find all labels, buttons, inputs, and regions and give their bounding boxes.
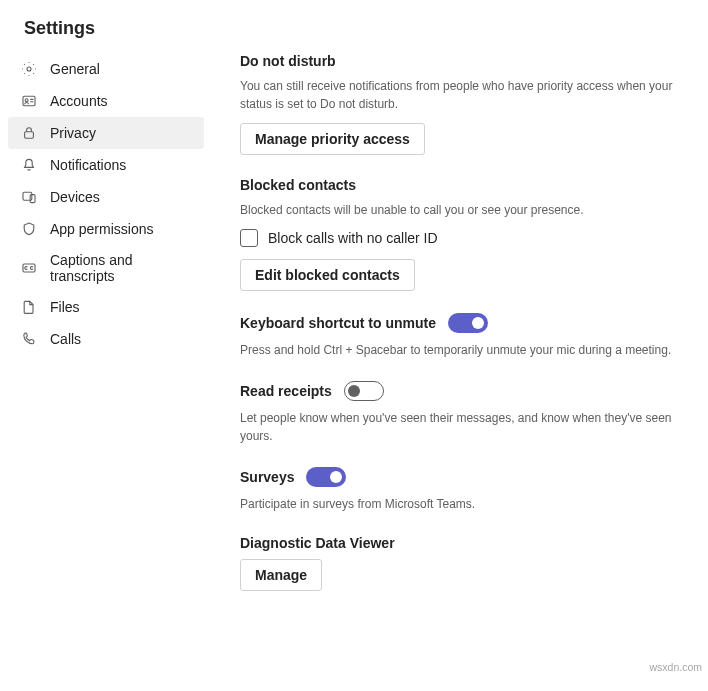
sidebar-item-general[interactable]: General <box>8 53 204 85</box>
section-read-receipts: Read receipts Let people know when you'v… <box>240 381 680 445</box>
section-desc-dnd: You can still receive notifications from… <box>240 77 680 113</box>
sidebar-item-label: Privacy <box>50 125 96 141</box>
section-title-shortcut: Keyboard shortcut to unmute <box>240 315 436 331</box>
block-no-caller-id-label: Block calls with no caller ID <box>268 230 438 246</box>
section-desc-surveys: Participate in surveys from Microsoft Te… <box>240 495 680 513</box>
section-desc-read-receipts: Let people know when you've seen their m… <box>240 409 680 445</box>
section-dnd: Do not disturb You can still receive not… <box>240 53 680 155</box>
block-no-caller-id-checkbox[interactable] <box>240 229 258 247</box>
sidebar-item-captions[interactable]: Captions and transcripts <box>8 245 204 291</box>
svg-point-0 <box>27 67 31 71</box>
lock-icon <box>20 124 38 142</box>
sidebar-item-label: Accounts <box>50 93 108 109</box>
block-no-caller-id-row: Block calls with no caller ID <box>240 229 680 247</box>
section-diagnostic: Diagnostic Data Viewer Manage <box>240 535 680 591</box>
section-title-read-receipts: Read receipts <box>240 383 332 399</box>
edit-blocked-contacts-button[interactable]: Edit blocked contacts <box>240 259 415 291</box>
read-receipts-toggle[interactable] <box>344 381 384 401</box>
phone-icon <box>20 330 38 348</box>
diagnostic-manage-button[interactable]: Manage <box>240 559 322 591</box>
sidebar-item-privacy[interactable]: Privacy <box>8 117 204 149</box>
sidebar-item-label: App permissions <box>50 221 154 237</box>
sidebar-item-label: Captions and transcripts <box>50 252 192 284</box>
accounts-icon <box>20 92 38 110</box>
shortcut-unmute-toggle[interactable] <box>448 313 488 333</box>
sidebar-item-label: Notifications <box>50 157 126 173</box>
sidebar-item-label: Devices <box>50 189 100 205</box>
surveys-toggle[interactable] <box>306 467 346 487</box>
section-blocked: Blocked contacts Blocked contacts will b… <box>240 177 680 291</box>
svg-rect-3 <box>25 132 34 138</box>
section-title-blocked: Blocked contacts <box>240 177 680 193</box>
svg-rect-5 <box>30 195 35 203</box>
captions-icon <box>20 259 38 277</box>
devices-icon <box>20 188 38 206</box>
page-title: Settings <box>0 0 708 53</box>
shield-icon <box>20 220 38 238</box>
section-surveys: Surveys Participate in surveys from Micr… <box>240 467 680 513</box>
sidebar: General Accounts Privacy Notifications D… <box>8 53 204 613</box>
section-desc-shortcut: Press and hold Ctrl + Spacebar to tempor… <box>240 341 680 359</box>
main-content: Do not disturb You can still receive not… <box>204 53 708 613</box>
svg-point-2 <box>25 99 28 102</box>
gear-icon <box>20 60 38 78</box>
sidebar-item-label: Files <box>50 299 80 315</box>
section-desc-blocked: Blocked contacts will be unable to call … <box>240 201 680 219</box>
file-icon <box>20 298 38 316</box>
section-title-diagnostic: Diagnostic Data Viewer <box>240 535 680 551</box>
bell-icon <box>20 156 38 174</box>
sidebar-item-label: General <box>50 61 100 77</box>
manage-priority-access-button[interactable]: Manage priority access <box>240 123 425 155</box>
watermark: wsxdn.com <box>649 661 702 673</box>
sidebar-item-devices[interactable]: Devices <box>8 181 204 213</box>
sidebar-item-notifications[interactable]: Notifications <box>8 149 204 181</box>
sidebar-item-files[interactable]: Files <box>8 291 204 323</box>
section-title-surveys: Surveys <box>240 469 294 485</box>
sidebar-item-calls[interactable]: Calls <box>8 323 204 355</box>
sidebar-item-accounts[interactable]: Accounts <box>8 85 204 117</box>
sidebar-item-label: Calls <box>50 331 81 347</box>
section-shortcut: Keyboard shortcut to unmute Press and ho… <box>240 313 680 359</box>
sidebar-item-app-permissions[interactable]: App permissions <box>8 213 204 245</box>
section-title-dnd: Do not disturb <box>240 53 680 69</box>
